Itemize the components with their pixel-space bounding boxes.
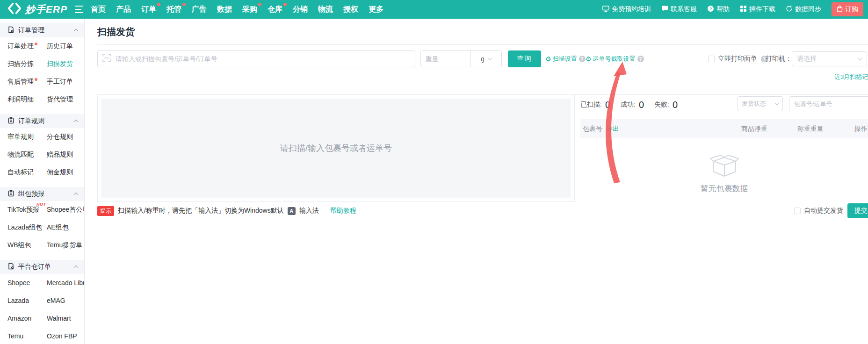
free-training-link[interactable]: 免费预约培训 xyxy=(602,5,651,14)
sync-icon xyxy=(786,5,793,14)
printer-label: 打印机： xyxy=(766,50,792,67)
chevron-down-icon xyxy=(775,100,780,105)
col-net-weight: 商品净重 xyxy=(741,119,767,138)
nav-item-ads[interactable]: 广告 xyxy=(191,5,207,14)
chevron-down-icon xyxy=(487,56,492,60)
sidebar-item-shopee-first-mile[interactable]: Shopee首公里 xyxy=(47,201,84,219)
print-now-checkbox[interactable] xyxy=(708,56,715,62)
sidebar-item-commission-rules[interactable]: 佣金规则 xyxy=(47,164,84,181)
scan-frame-icon xyxy=(102,54,111,64)
scan-panel-hint: 请扫描/输入包裹号或者运单号 xyxy=(280,143,392,154)
logo-text: 妙手ERP xyxy=(25,3,67,16)
sidebar-item-scan-sorting[interactable]: 扫描分拣 xyxy=(7,55,47,73)
nav-item-hosting[interactable]: 托管 xyxy=(166,5,182,14)
navbar-utilities: 免费预约培训 联系客服 ? 帮助 插件下载 数据同步 订购 xyxy=(602,0,863,19)
logo-icon xyxy=(7,2,22,17)
sidebar-item-forwarder-management[interactable]: 货代管理 xyxy=(47,91,84,108)
sidebar-item-history-orders[interactable]: 历史订单 xyxy=(47,37,84,55)
scan-stats: 已扫描: 0 成功: 0 失败: 0 xyxy=(580,96,678,113)
subscribe-button[interactable]: 订购 xyxy=(832,2,863,16)
question-circle-icon: ? xyxy=(637,56,644,62)
sidebar-item-warehouse-split-rules[interactable]: 分仓规则 xyxy=(47,128,84,146)
recent-scan-records-link[interactable]: 近3月扫描记录 xyxy=(834,73,868,81)
sidebar-item-after-sales[interactable]: 售后管理 xyxy=(7,73,47,91)
page-title: 扫描发货 xyxy=(97,25,135,39)
nav-item-data[interactable]: 数据 xyxy=(217,5,232,14)
ime-icon: A xyxy=(288,207,296,215)
export-link[interactable]: 导出 xyxy=(606,119,619,138)
sidebar-item-auto-tagging[interactable]: 自动标记 xyxy=(7,164,47,181)
nav-item-orders[interactable]: 订单 xyxy=(141,5,157,14)
query-button[interactable]: 查询 xyxy=(508,50,541,67)
sidebar-item-lazada[interactable]: Lazada xyxy=(7,292,47,309)
success-label: 成功: xyxy=(621,100,636,109)
sidebar-item-wb-package[interactable]: WB组包 xyxy=(7,236,47,254)
data-sync-link[interactable]: 数据同步 xyxy=(786,5,821,14)
weight-unit-select[interactable]: g xyxy=(470,51,501,67)
failed-value: 0 xyxy=(673,100,678,110)
weight-input[interactable] xyxy=(421,51,470,67)
weight-input-group: g xyxy=(420,50,502,67)
nav-item-home[interactable]: 首页 xyxy=(90,5,106,14)
scanned-label: 已扫描: xyxy=(580,100,602,109)
failed-label: 失败: xyxy=(654,100,669,109)
chevron-up-icon xyxy=(74,193,79,197)
plugin-download-link[interactable]: 插件下载 xyxy=(740,5,775,14)
training-icon xyxy=(602,5,609,14)
sidebar-section-order-management[interactable]: 订单管理 xyxy=(0,23,84,37)
empty-package-state: 暂无包裹数据 xyxy=(580,150,868,194)
sidebar-item-lazada-package[interactable]: Lazada组包 xyxy=(7,219,47,236)
gear-icon: ⚙ xyxy=(545,56,551,62)
sidebar-item-mercado-libre[interactable]: Mercado Libre xyxy=(47,274,84,292)
notification-dot xyxy=(258,3,261,6)
sidebar-section-platform-warehouse-orders[interactable]: 平台仓订单 xyxy=(0,260,84,274)
success-value: 0 xyxy=(639,100,644,110)
nav-item-distribution[interactable]: 分销 xyxy=(292,5,308,14)
sidebar-item-logistics-matching[interactable]: 物流匹配 xyxy=(7,146,47,164)
contact-support-link[interactable]: 联系客服 xyxy=(661,5,697,14)
waybill-capture-settings-link[interactable]: ⚙ 运单号截取设置 ? xyxy=(586,50,644,67)
sidebar-item-temu[interactable]: Temu xyxy=(7,327,47,344)
nav-item-logistics[interactable]: 物流 xyxy=(318,5,333,14)
sidebar-item-scan-shipping[interactable]: 扫描发货 xyxy=(47,55,84,73)
sidebar-item-manual-orders[interactable]: 手工订单 xyxy=(47,73,84,91)
help-tutorial-link[interactable]: 帮助教程 xyxy=(330,207,356,215)
col-weighed-weight: 称重重量 xyxy=(797,119,824,138)
submit-shipping-button[interactable]: 提交发货 xyxy=(847,203,868,218)
scan-input[interactable] xyxy=(115,55,410,63)
sidebar-item-tiktok-forecast[interactable]: TikTok预报HOT xyxy=(7,201,47,219)
scan-settings-link[interactable]: ⚙ 扫描设置 ? xyxy=(545,50,586,67)
app-logo[interactable]: 妙手ERP xyxy=(7,0,67,19)
nav-item-warehouse[interactable]: 仓库 xyxy=(267,5,283,14)
sidebar-section-package-forecast[interactable]: 组包预报 xyxy=(0,187,84,201)
sidebar-item-shopee[interactable]: Shopee xyxy=(7,274,47,292)
sidebar-item-gift-rules[interactable]: 赠品规则 xyxy=(47,146,84,164)
sidebar-item-amazon[interactable]: Amazon xyxy=(7,309,47,327)
sidebar-item-order-processing[interactable]: 订单处理 xyxy=(7,37,47,55)
notification-dot xyxy=(35,43,37,45)
menu-collapse-icon[interactable] xyxy=(75,6,83,13)
svg-text:?: ? xyxy=(709,7,712,11)
help-link[interactable]: ? 帮助 xyxy=(707,5,730,14)
sidebar-section-order-rules[interactable]: 订单规则 xyxy=(0,114,84,128)
printer-select[interactable]: 请选择 xyxy=(792,51,867,66)
top-navbar: 妙手ERP 首页 产品 订单 托管 广告 数据 采购 仓库 分销 物流 授权 更… xyxy=(0,0,868,19)
sidebar-item-emag[interactable]: eMAG xyxy=(47,292,84,309)
sidebar-item-ae-package[interactable]: AE组包 xyxy=(47,219,84,236)
shipping-status-select[interactable]: 发货状态 xyxy=(738,96,783,111)
chevron-down-icon xyxy=(858,56,863,60)
nav-item-authorization[interactable]: 授权 xyxy=(343,5,359,14)
sidebar-item-temu-pickup[interactable]: Temu提货单 xyxy=(47,236,84,254)
sidebar-item-walmart[interactable]: Walmart xyxy=(47,309,84,327)
sidebar-item-ozon-fbp[interactable]: Ozon FBP xyxy=(47,327,84,344)
package-search-input[interactable] xyxy=(789,96,868,111)
sidebar-item-review-rules[interactable]: 审单规则 xyxy=(7,128,47,146)
ime-text: 输入法 xyxy=(299,207,319,215)
main-content: 扫描发货 g 查询 ⚙ 扫描设置 ? ⚙ 运单号截取设置 ? 立即打印 xyxy=(85,19,868,344)
nav-item-more[interactable]: 更多 xyxy=(368,5,384,14)
scan-input-wrap xyxy=(97,50,415,67)
sidebar-item-profit-detail[interactable]: 利润明细 xyxy=(7,91,47,108)
nav-item-products[interactable]: 产品 xyxy=(116,5,131,14)
nav-item-purchasing[interactable]: 采购 xyxy=(242,5,258,14)
auto-submit-checkbox[interactable] xyxy=(794,208,801,214)
